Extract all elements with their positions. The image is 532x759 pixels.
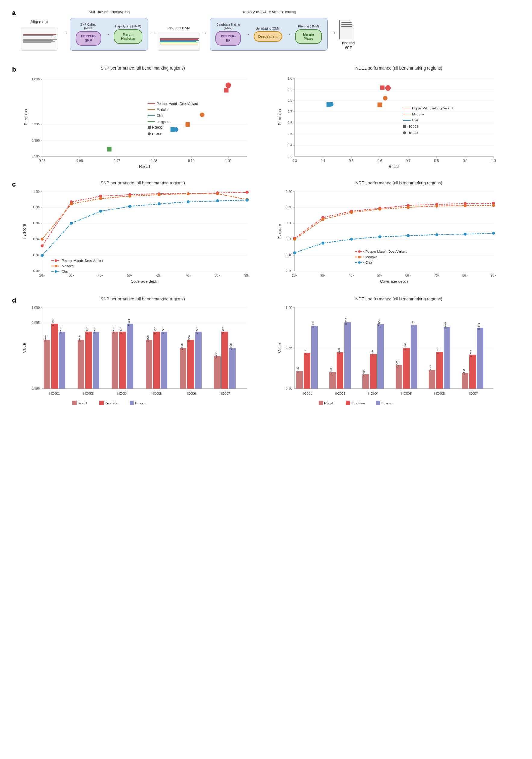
svg-point-151	[158, 203, 161, 206]
svg-rect-279	[99, 401, 104, 405]
svg-point-215	[492, 232, 495, 235]
svg-rect-258	[153, 332, 160, 389]
svg-text:0.70: 0.70	[286, 205, 292, 209]
svg-point-213	[435, 233, 438, 236]
margin-haplotag-node: MarginHaplotag	[114, 29, 142, 44]
snp-bar-chart: 0.990 0.995 1.000 Value	[21, 303, 256, 405]
svg-text:0.9: 0.9	[463, 159, 467, 162]
svg-rect-318	[411, 325, 417, 389]
svg-text:0.994: 0.994	[214, 351, 217, 358]
alignment-label: Alignment	[30, 20, 48, 24]
svg-point-32	[226, 83, 231, 88]
svg-text:HG001: HG001	[50, 392, 60, 395]
svg-text:0.995: 0.995	[229, 343, 232, 350]
svg-text:HG004: HG004	[407, 131, 418, 135]
svg-text:40×: 40×	[349, 274, 355, 277]
indel-scatter-title: INDEL performance (all benchmarking regi…	[277, 66, 520, 70]
svg-text:HG004: HG004	[118, 392, 128, 395]
svg-text:0.607: 0.607	[296, 366, 299, 373]
svg-point-220	[358, 256, 361, 258]
svg-text:70×: 70×	[186, 274, 191, 277]
deepvariant-node: DeepVariant	[254, 31, 282, 42]
svg-point-44	[148, 132, 151, 135]
panel-b-label: b	[12, 66, 16, 73]
svg-point-152	[187, 200, 190, 203]
svg-rect-263	[180, 348, 186, 389]
svg-text:0.998: 0.998	[127, 319, 130, 326]
svg-text:0.888: 0.888	[312, 321, 315, 328]
svg-rect-27	[107, 147, 111, 151]
svg-rect-272	[221, 332, 228, 389]
svg-text:90×: 90×	[244, 274, 250, 277]
svg-text:0.875: 0.875	[477, 323, 480, 330]
svg-text:0.4: 0.4	[321, 159, 325, 162]
svg-text:HG007: HG007	[468, 392, 478, 395]
svg-rect-99	[403, 125, 406, 128]
svg-rect-335	[319, 401, 323, 405]
svg-point-138	[246, 191, 248, 194]
svg-text:0.904: 0.904	[378, 319, 381, 326]
svg-text:0.880: 0.880	[444, 322, 447, 329]
svg-rect-295	[304, 353, 310, 389]
svg-text:0.727: 0.727	[437, 347, 439, 354]
svg-point-217	[358, 250, 361, 253]
svg-rect-260	[161, 332, 168, 389]
phased-vcf-label: Phased VCF	[342, 41, 355, 50]
panel-d-label: d	[12, 297, 16, 304]
svg-text:0.7: 0.7	[406, 159, 410, 162]
margin-phase-node: MarginPhase	[295, 29, 322, 44]
svg-point-131	[41, 244, 44, 247]
svg-text:HG001: HG001	[302, 392, 312, 395]
svg-rect-302	[337, 352, 343, 389]
candidate-finding-subtitle: Candidate finding(RNN)	[215, 23, 241, 30]
svg-rect-237	[51, 324, 58, 389]
svg-text:1.00: 1.00	[286, 306, 292, 309]
svg-rect-325	[444, 327, 450, 389]
svg-text:0.997: 0.997	[86, 327, 89, 334]
svg-text:Clair: Clair	[365, 260, 372, 264]
svg-text:Pepper-Margin-DeepVariant: Pepper-Margin-DeepVariant	[62, 259, 103, 262]
svg-text:1.00: 1.00	[225, 159, 231, 162]
svg-text:0.7: 0.7	[288, 110, 292, 113]
svg-text:0.8: 0.8	[288, 99, 292, 102]
svg-text:HG003: HG003	[152, 126, 163, 129]
arrow-5: →	[245, 31, 250, 37]
svg-rect-270	[214, 356, 220, 389]
svg-text:0.709: 0.709	[470, 350, 473, 357]
svg-text:0.998: 0.998	[52, 319, 55, 326]
svg-text:0.6: 0.6	[288, 121, 292, 124]
svg-text:F₁ score: F₁ score	[381, 401, 394, 405]
svg-text:0.663: 0.663	[396, 360, 399, 367]
svg-rect-332	[477, 328, 483, 389]
indel-scatter-chart: 0.3 0.4 0.5 0.6 0.7 0.8 0.9 1.0	[277, 72, 506, 169]
svg-text:0.601: 0.601	[329, 367, 332, 374]
svg-rect-281	[130, 401, 134, 405]
svg-text:Medaka: Medaka	[365, 255, 377, 259]
svg-point-147	[41, 254, 44, 257]
svg-text:60×: 60×	[156, 274, 162, 277]
svg-text:20×: 20×	[39, 274, 45, 277]
svg-text:0.898: 0.898	[411, 320, 414, 327]
svg-text:Clair: Clair	[412, 118, 419, 122]
svg-text:1.000: 1.000	[31, 306, 40, 309]
svg-rect-90	[378, 103, 382, 107]
svg-text:Coverage depth: Coverage depth	[380, 279, 408, 283]
svg-text:Medaka: Medaka	[62, 264, 74, 268]
svg-point-200	[293, 238, 296, 241]
svg-text:Precision: Precision	[278, 109, 282, 125]
svg-text:Precision: Precision	[23, 109, 28, 125]
svg-text:HG006: HG006	[435, 392, 445, 395]
svg-text:0.4: 0.4	[288, 143, 292, 147]
svg-rect-235	[44, 340, 50, 389]
svg-text:0.9: 0.9	[288, 87, 292, 91]
svg-text:0.997: 0.997	[161, 327, 164, 334]
svg-rect-274	[229, 348, 236, 389]
svg-point-139	[41, 238, 44, 241]
panel-a-label: a	[12, 9, 16, 17]
svg-text:1.0: 1.0	[288, 77, 292, 80]
svg-text:0.5: 0.5	[349, 159, 353, 162]
svg-point-141	[99, 197, 102, 200]
svg-point-214	[464, 233, 467, 236]
arrow-4: →	[202, 29, 208, 37]
svg-point-211	[378, 235, 381, 238]
